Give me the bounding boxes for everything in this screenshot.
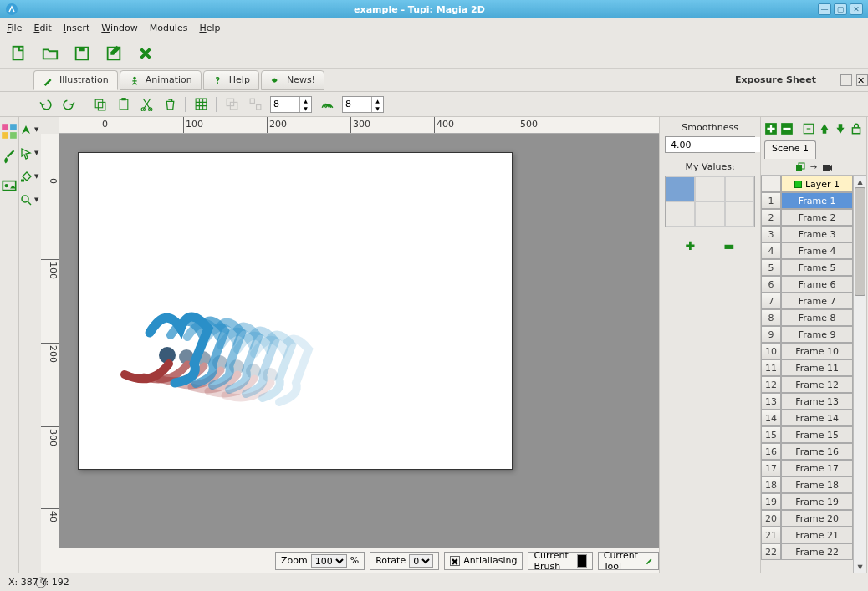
ruler-horizontal: 0 100 200 300 400 500 xyxy=(59,117,659,134)
move-frame-icon[interactable] xyxy=(802,122,815,135)
onion-skin-icon[interactable] xyxy=(319,96,335,113)
frame-row[interactable]: 18Frame 18 xyxy=(761,476,853,493)
zoom-tool[interactable]: ▼ xyxy=(19,192,41,207)
svg-rect-3 xyxy=(79,47,84,51)
rotate-control[interactable]: Rotate0 xyxy=(370,552,439,570)
frame-row[interactable]: 14Frame 14 xyxy=(761,410,853,426)
canvas-viewport[interactable] xyxy=(59,134,659,548)
pen-tool[interactable]: ▼ xyxy=(19,122,41,137)
frame-row[interactable]: 2Frame 2 xyxy=(761,209,853,226)
tab-illustration[interactable]: Illustration xyxy=(33,70,118,90)
svg-point-23 xyxy=(22,196,28,202)
mode-tabs: Illustration Animation ?Help News! Expos… xyxy=(0,69,868,92)
frame-row[interactable]: 8Frame 8 xyxy=(761,309,853,326)
scroll-thumb[interactable] xyxy=(855,187,865,296)
ruler-vertical: 0 100 200 300 40 xyxy=(41,134,59,548)
frame-row[interactable]: 21Frame 21 xyxy=(761,527,853,543)
menu-help[interactable]: Help xyxy=(199,23,220,33)
panel-float-icon[interactable] xyxy=(840,74,852,86)
remove-value-button[interactable]: ▬ xyxy=(723,239,734,252)
exposure-sheet-title: Exposure Sheet xyxy=(735,74,816,85)
current-tool[interactable]: Current Tool xyxy=(598,552,659,570)
values-grid[interactable] xyxy=(665,176,755,227)
tool-dock: ▼ ▼ ▼ ▼ xyxy=(19,117,41,573)
current-brush[interactable]: Current Brush xyxy=(528,552,592,570)
menu-insert[interactable]: Insert xyxy=(64,23,90,33)
frame-row[interactable]: 16Frame 16 xyxy=(761,443,853,460)
save-button[interactable] xyxy=(72,43,92,64)
library-icon[interactable] xyxy=(0,176,18,194)
tab-help[interactable]: ?Help xyxy=(203,70,259,90)
paste-button[interactable] xyxy=(115,96,131,113)
tab-animation[interactable]: Animation xyxy=(120,70,202,90)
frame-row[interactable]: 9Frame 9 xyxy=(761,326,853,343)
frame-row[interactable]: 20Frame 20 xyxy=(761,510,853,527)
open-button[interactable] xyxy=(40,43,60,64)
group-button[interactable] xyxy=(223,96,240,113)
layer-header[interactable]: Layer 1 xyxy=(781,176,853,192)
brush-icon[interactable] xyxy=(0,149,18,167)
canvas-panel: ▫✕ 0 100 200 300 400 500 0 100 200 300 4… xyxy=(41,117,659,573)
menu-window[interactable]: Window xyxy=(101,23,137,33)
menu-edit[interactable]: Edit xyxy=(33,23,51,33)
frame-row[interactable]: 11Frame 11 xyxy=(761,359,853,376)
menu-file[interactable]: File xyxy=(7,23,22,33)
fill-tool[interactable]: ▼ xyxy=(19,169,41,184)
exposure-table: Layer 1 1Frame 12Frame 23Frame 34Frame 4… xyxy=(761,176,853,573)
new-button[interactable] xyxy=(8,43,28,64)
color-palette-icon[interactable] xyxy=(0,122,18,140)
frame-row[interactable]: 7Frame 7 xyxy=(761,293,853,309)
grid-button[interactable] xyxy=(192,96,209,113)
cut-button[interactable] xyxy=(138,96,155,113)
redo-button[interactable] xyxy=(60,96,77,113)
layer-icon[interactable] xyxy=(795,162,805,172)
onion-prev-input[interactable]: ▲▼ xyxy=(270,96,312,113)
tab-news[interactable]: News! xyxy=(261,70,324,90)
delete-button[interactable] xyxy=(161,96,178,113)
select-tool[interactable]: ▼ xyxy=(19,145,41,160)
frame-row[interactable]: 5Frame 5 xyxy=(761,259,853,276)
frame-row[interactable]: 4Frame 4 xyxy=(761,242,853,259)
frame-row[interactable]: 10Frame 10 xyxy=(761,343,853,359)
svg-rect-20 xyxy=(10,132,17,139)
frame-row[interactable]: 15Frame 15 xyxy=(761,426,853,443)
frame-row[interactable]: 1Frame 1 xyxy=(761,192,853,209)
close-button[interactable]: ✕ xyxy=(850,3,863,15)
move-up-button[interactable] xyxy=(818,122,831,135)
minimize-button[interactable]: — xyxy=(818,3,831,15)
onion-next-input[interactable]: ▲▼ xyxy=(342,96,384,113)
window-titlebar: example - Tupi: Magia 2D — ▢ ✕ xyxy=(0,0,868,18)
exposure-mini-tools: → xyxy=(761,159,866,176)
exposure-scrollbar[interactable]: ▲ ▼ xyxy=(853,176,866,573)
maximize-button[interactable]: ▢ xyxy=(834,3,847,15)
frame-row[interactable]: 17Frame 17 xyxy=(761,460,853,476)
frame-row[interactable]: 3Frame 3 xyxy=(761,226,853,242)
smoothness-label: Smoothness xyxy=(682,122,738,133)
saveas-button[interactable] xyxy=(104,43,124,64)
frame-row[interactable]: 6Frame 6 xyxy=(761,276,853,293)
frame-row[interactable]: 13Frame 13 xyxy=(761,393,853,410)
svg-rect-34 xyxy=(852,127,860,133)
antialias-checkbox[interactable]: ✖Antialiasing xyxy=(444,552,523,570)
menu-modules[interactable]: Modules xyxy=(150,23,188,33)
frame-row[interactable]: 22Frame 22 xyxy=(761,543,853,560)
svg-rect-15 xyxy=(250,99,254,103)
frame-row[interactable]: 19Frame 19 xyxy=(761,493,853,510)
scene-tab[interactable]: Scene 1 xyxy=(764,140,816,159)
lock-button[interactable] xyxy=(850,122,863,135)
add-value-button[interactable]: ✚ xyxy=(686,239,696,252)
frame-row[interactable]: 12Frame 12 xyxy=(761,376,853,393)
close-project-button[interactable] xyxy=(135,43,156,64)
move-down-button[interactable] xyxy=(834,122,847,135)
ungroup-button[interactable] xyxy=(247,96,263,113)
smoothness-input[interactable]: ▲▼ xyxy=(665,136,755,153)
camera-icon[interactable] xyxy=(822,162,832,172)
remove-frame-button[interactable] xyxy=(780,122,794,135)
svg-rect-9 xyxy=(120,99,128,110)
copy-button[interactable] xyxy=(91,96,108,113)
undo-button[interactable] xyxy=(37,96,54,113)
zoom-control[interactable]: Zoom100% xyxy=(275,552,365,570)
canvas-paper[interactable] xyxy=(78,152,513,470)
panel-close-icon[interactable]: ✕ xyxy=(856,74,868,86)
add-frame-button[interactable] xyxy=(764,122,778,135)
